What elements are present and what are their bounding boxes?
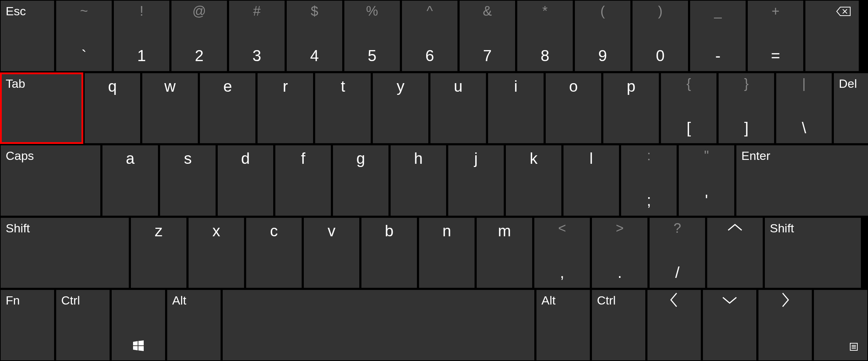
key-main-char: m bbox=[498, 222, 511, 240]
key-main-char: c bbox=[270, 222, 278, 240]
key-7[interactable]: & 7 bbox=[460, 1, 515, 71]
key-slash[interactable]: ? / bbox=[650, 218, 705, 288]
key-4[interactable]: $ 4 bbox=[287, 1, 342, 71]
key-2[interactable]: @ 2 bbox=[171, 1, 227, 71]
key-caps[interactable]: Caps bbox=[1, 145, 100, 216]
key-right-shift[interactable]: Shift bbox=[765, 218, 861, 288]
key-main-char: ] bbox=[744, 119, 748, 137]
key-arrow-right[interactable] bbox=[758, 290, 812, 360]
key-main-char: i bbox=[514, 77, 518, 95]
key-h[interactable]: h bbox=[391, 145, 446, 216]
key-arrow-left[interactable] bbox=[647, 290, 701, 360]
key-c[interactable]: c bbox=[246, 218, 302, 288]
key-v[interactable]: v bbox=[304, 218, 359, 288]
key-backtick[interactable]: ~ ` bbox=[56, 1, 112, 71]
key-5[interactable]: % 5 bbox=[344, 1, 400, 71]
key-u[interactable]: u bbox=[430, 73, 486, 144]
svg-marker-5 bbox=[138, 346, 144, 351]
key-label: Caps bbox=[6, 149, 34, 163]
key-y[interactable]: y bbox=[373, 73, 428, 144]
key-6[interactable]: ^ 6 bbox=[402, 1, 457, 71]
key-8[interactable]: * 8 bbox=[517, 1, 573, 71]
key-label: Ctrl bbox=[61, 293, 80, 307]
key-l[interactable]: l bbox=[563, 145, 619, 216]
key-enter[interactable]: Enter bbox=[736, 145, 868, 216]
key-left-shift[interactable]: Shift bbox=[1, 218, 129, 288]
key-label: Esc bbox=[6, 4, 26, 18]
key-esc[interactable]: Esc bbox=[1, 1, 54, 71]
key-1[interactable]: ! 1 bbox=[114, 1, 169, 71]
key-p[interactable]: p bbox=[603, 73, 659, 144]
key-n[interactable]: n bbox=[419, 218, 475, 288]
key-k[interactable]: k bbox=[506, 145, 561, 216]
key-arrow-up[interactable] bbox=[707, 218, 763, 288]
key-label: Del bbox=[839, 77, 857, 91]
key-main-char: n bbox=[443, 222, 451, 240]
key-main-char: 6 bbox=[425, 47, 434, 65]
key-period[interactable]: > . bbox=[592, 218, 647, 288]
key-shift-char: ? bbox=[673, 221, 681, 236]
keyboard-row-5: Fn Ctrl Alt Alt Ctrl bbox=[1, 290, 867, 360]
keyboard-row-4: Shift z x c v b n m < , > . ? / Shift bbox=[1, 218, 867, 288]
key-delete[interactable]: Del bbox=[834, 73, 868, 144]
key-windows[interactable] bbox=[112, 290, 165, 360]
key-main-char: - bbox=[715, 47, 721, 65]
chevron-left-icon bbox=[669, 291, 679, 309]
key-x[interactable]: x bbox=[189, 218, 244, 288]
key-main-char: b bbox=[385, 222, 393, 240]
key-main-char: h bbox=[414, 150, 423, 167]
key-semicolon[interactable]: : ; bbox=[621, 145, 677, 216]
key-label: Fn bbox=[6, 293, 20, 307]
key-menu[interactable] bbox=[814, 290, 867, 360]
key-z[interactable]: z bbox=[131, 218, 186, 288]
key-a[interactable]: a bbox=[102, 145, 158, 216]
key-fn[interactable]: Fn bbox=[1, 290, 54, 360]
keyboard-row-3: Caps a s d f g h j k l : ; " ' Enter bbox=[1, 145, 867, 216]
keyboard-row-1: Esc ~ ` ! 1 @ 2 # 3 $ 4 % 5 ^ 6 bbox=[1, 1, 867, 71]
key-backslash[interactable]: | \ bbox=[776, 73, 832, 144]
key-main-char: z bbox=[155, 222, 163, 240]
key-shift-char: | bbox=[802, 76, 806, 91]
key-i[interactable]: i bbox=[488, 73, 544, 144]
key-d[interactable]: d bbox=[218, 145, 273, 216]
key-shift-char: ) bbox=[658, 4, 663, 19]
key-main-char: y bbox=[397, 77, 404, 95]
key-quote[interactable]: " ' bbox=[679, 145, 734, 216]
key-minus[interactable]: _ - bbox=[690, 1, 746, 71]
key-t[interactable]: t bbox=[315, 73, 371, 144]
key-f[interactable]: f bbox=[275, 145, 331, 216]
key-right-bracket[interactable]: } ] bbox=[719, 73, 774, 144]
key-arrow-down[interactable] bbox=[703, 290, 756, 360]
key-comma[interactable]: < , bbox=[534, 218, 590, 288]
key-right-alt[interactable]: Alt bbox=[536, 290, 590, 360]
key-g[interactable]: g bbox=[333, 145, 388, 216]
key-label: Alt bbox=[172, 293, 186, 307]
key-main-char: j bbox=[474, 150, 478, 167]
key-main-char: 2 bbox=[195, 47, 203, 65]
key-3[interactable]: # 3 bbox=[229, 1, 285, 71]
key-shift-char: { bbox=[687, 76, 691, 91]
key-equals[interactable]: + = bbox=[748, 1, 803, 71]
key-main-char: k bbox=[530, 150, 538, 167]
key-left-bracket[interactable]: { [ bbox=[661, 73, 716, 144]
key-main-char: 0 bbox=[656, 47, 665, 65]
key-main-char: . bbox=[618, 264, 622, 281]
key-s[interactable]: s bbox=[160, 145, 216, 216]
key-label: Alt bbox=[541, 293, 556, 307]
key-9[interactable]: ( 9 bbox=[575, 1, 630, 71]
key-j[interactable]: j bbox=[448, 145, 504, 216]
key-space[interactable] bbox=[223, 290, 534, 360]
key-backspace[interactable] bbox=[805, 1, 859, 71]
key-left-ctrl[interactable]: Ctrl bbox=[56, 290, 110, 360]
key-r[interactable]: r bbox=[258, 73, 313, 144]
key-0[interactable]: ) 0 bbox=[633, 1, 688, 71]
key-right-ctrl[interactable]: Ctrl bbox=[592, 290, 645, 360]
key-w[interactable]: w bbox=[142, 73, 198, 144]
key-tab[interactable]: Tab bbox=[1, 73, 83, 144]
key-b[interactable]: b bbox=[361, 218, 417, 288]
key-left-alt[interactable]: Alt bbox=[167, 290, 221, 360]
key-q[interactable]: q bbox=[85, 73, 140, 144]
key-o[interactable]: o bbox=[546, 73, 601, 144]
key-e[interactable]: e bbox=[200, 73, 255, 144]
key-m[interactable]: m bbox=[477, 218, 532, 288]
